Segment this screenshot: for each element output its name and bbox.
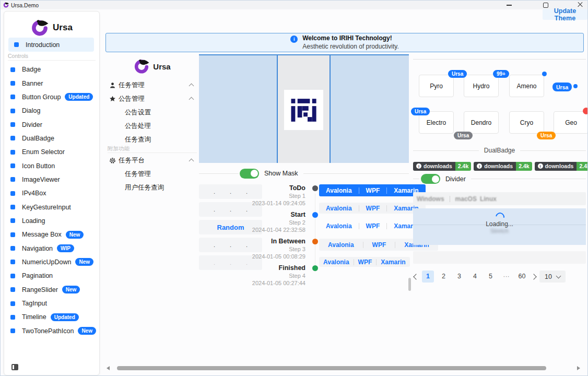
prev-page-icon[interactable] xyxy=(413,274,419,279)
show-mask-toggle[interactable] xyxy=(240,169,259,179)
divider-label: DualBadge xyxy=(484,147,515,154)
app-window: Ursa.Demo Update Theme Ursa Introduction… xyxy=(0,0,588,376)
timeline-item: In Between Step 3 2024-01-05 00:08:29 xyxy=(245,238,318,260)
group-button-wpf[interactable]: WPF xyxy=(359,205,387,212)
sidebar-item-introduction[interactable]: Introduction xyxy=(8,38,94,52)
divider xyxy=(8,60,96,61)
page-button-4[interactable]: 4 xyxy=(469,271,481,283)
badge-pill: Ursa xyxy=(448,70,467,78)
menu-item-announcement-handling[interactable]: 公告处理 xyxy=(105,119,199,133)
sidebar-item-imageviewer[interactable]: ImageViewer xyxy=(4,173,99,186)
badge-card: Ameno xyxy=(509,75,544,97)
page-button-60[interactable]: 60 xyxy=(516,271,528,283)
sidebar-item-divider[interactable]: Divider xyxy=(4,118,99,131)
controls-section-label: Controls xyxy=(8,53,28,59)
badge-pill-gray: Ursa xyxy=(454,132,473,139)
badge-dot-icon xyxy=(542,72,547,76)
page-size-select[interactable]: 10 xyxy=(539,271,566,283)
collapse-sidebar-icon[interactable] xyxy=(11,364,18,370)
image-viewer[interactable] xyxy=(199,54,409,163)
horizontal-scrollbar-thumb[interactable] xyxy=(117,366,546,370)
mask-edge-line[interactable] xyxy=(277,55,278,163)
sidebar-item-ipv4box[interactable]: IPv4Box xyxy=(4,186,99,200)
group-button-avalonia[interactable]: Avalonia xyxy=(319,241,363,249)
sidebar-item-keygestureinput[interactable]: KeyGestureInput xyxy=(4,200,99,214)
dual-badge: idownloads2.4k xyxy=(413,162,471,171)
group-button-wpf[interactable]: WPF xyxy=(359,222,387,230)
sidebar-item-navigation[interactable]: NavigationWIP xyxy=(4,241,99,255)
menu-item-user-task-query[interactable]: 用户任务查询 xyxy=(105,181,199,194)
update-theme-button[interactable]: Update Theme xyxy=(543,9,587,20)
status-badge: Updated xyxy=(51,313,79,321)
mask-edge-line[interactable] xyxy=(330,55,331,163)
scroll-right-icon[interactable] xyxy=(577,366,580,370)
bullet-icon xyxy=(10,301,15,306)
divider-toggle[interactable] xyxy=(421,174,440,184)
show-mask-row: Show Mask xyxy=(199,168,409,179)
scroll-left-icon[interactable] xyxy=(107,366,110,370)
demo-navigation-menu: Ursa 任务管理 公告管理 公告设置 公告处理 任务查询 附加功能 任务平台 … xyxy=(105,55,199,207)
loading-label: Loading... xyxy=(413,220,586,228)
gear-icon xyxy=(109,157,116,164)
timeline-item: ToDo Step 1 2023-01-14 09:24:05 xyxy=(245,184,318,206)
placeholder-bar xyxy=(413,251,586,264)
sidebar-logo: Ursa xyxy=(4,19,99,37)
divider xyxy=(413,59,586,60)
minimize-icon[interactable] xyxy=(507,5,512,6)
menu-item-task-management[interactable]: 任务管理 xyxy=(105,167,199,181)
sidebar-item-dualbadge[interactable]: DualBadge xyxy=(4,132,99,145)
sidebar-item-message-box[interactable]: Message BoxNew xyxy=(4,228,99,241)
sidebar-item-twotonepathicon[interactable]: TwoTonePathIconNew xyxy=(4,324,99,338)
menu-group-announcement[interactable]: 公告管理 xyxy=(105,92,199,105)
group-button-wpf[interactable]: WPF xyxy=(363,241,395,249)
sidebar-item-badge[interactable]: Badge xyxy=(4,63,99,76)
page-button-5[interactable]: 5 xyxy=(485,271,497,283)
badge-card: Hydro xyxy=(464,75,499,97)
banner-subtitle: Aesthetic revolution of productivity. xyxy=(302,43,399,51)
sidebar-item-numericupdown[interactable]: NumericUpDownNew xyxy=(4,255,99,269)
banner-text: Welcome to IRIHI Technology! Aesthetic r… xyxy=(302,34,399,51)
sidebar-item-taginput[interactable]: TagInput xyxy=(4,297,99,310)
sidebar-item-banner[interactable]: Banner xyxy=(4,76,99,90)
divider xyxy=(471,179,586,179)
bullet-icon xyxy=(10,122,15,127)
sidebar-item-pagination[interactable]: Pagination xyxy=(4,269,99,283)
sidebar-item-loading[interactable]: Loading xyxy=(4,214,99,228)
menu-logo: Ursa xyxy=(105,58,199,74)
pagination: 1 2 3 4 5 ··· 60 10 xyxy=(414,271,566,283)
menu-item-announcement-settings[interactable]: 公告设置 xyxy=(105,105,199,119)
group-button-avalonia[interactable]: Avalonia xyxy=(319,187,359,194)
sidebar: Ursa Introduction Controls Badge Banner … xyxy=(4,11,100,375)
sidebar-item-label: Introduction xyxy=(26,41,60,49)
timeline-dot-icon xyxy=(312,239,318,244)
group-button-avalonia[interactable]: Avalonia xyxy=(319,222,359,230)
horizontal-scrollbar[interactable] xyxy=(105,366,588,371)
group-button-avalonia[interactable]: Avalonia xyxy=(319,205,359,212)
page-button-1[interactable]: 1 xyxy=(422,271,434,283)
button-group-solid: Avalonia WPF Xamarin xyxy=(319,184,426,196)
status-badge: New xyxy=(62,286,80,293)
vertical-scrollbar-thumb[interactable] xyxy=(408,278,411,291)
info-icon: i xyxy=(416,163,421,169)
menu-item-task-query[interactable]: 任务查询 xyxy=(105,133,199,146)
sidebar-item-timeline[interactable]: TimelineUpdated xyxy=(4,310,99,324)
sidebar-item-enum-selector[interactable]: Enum Selector xyxy=(4,145,99,159)
menu-group-task-platform[interactable]: 任务平台 xyxy=(105,154,199,167)
dual-badge: idownloads2.4k xyxy=(535,162,588,171)
page-button-3[interactable]: 3 xyxy=(453,271,465,283)
chevron-down-icon xyxy=(556,273,561,278)
page-button-2[interactable]: 2 xyxy=(438,271,450,283)
group-button-wpf[interactable]: WPF xyxy=(354,258,377,266)
page-ellipsis[interactable]: ··· xyxy=(500,271,512,283)
badge-dot-red-icon xyxy=(583,108,588,114)
sidebar-item-button-group[interactable]: Button GroupUpdated xyxy=(4,90,99,104)
group-button-avalonia[interactable]: Avalonia xyxy=(319,258,354,266)
sidebar-item-icon-button[interactable]: Icon Button xyxy=(4,159,99,172)
sidebar-item-rangeslider[interactable]: RangeSliderNew xyxy=(4,283,99,297)
info-icon: i xyxy=(290,36,298,43)
group-button-wpf[interactable]: WPF xyxy=(359,187,387,194)
menu-group-task-management[interactable]: 任务管理 xyxy=(105,78,199,92)
next-page-icon[interactable] xyxy=(531,274,536,279)
group-button-xamarin[interactable]: Xamarin xyxy=(377,258,409,266)
sidebar-item-dialog[interactable]: Dialog xyxy=(4,104,99,118)
